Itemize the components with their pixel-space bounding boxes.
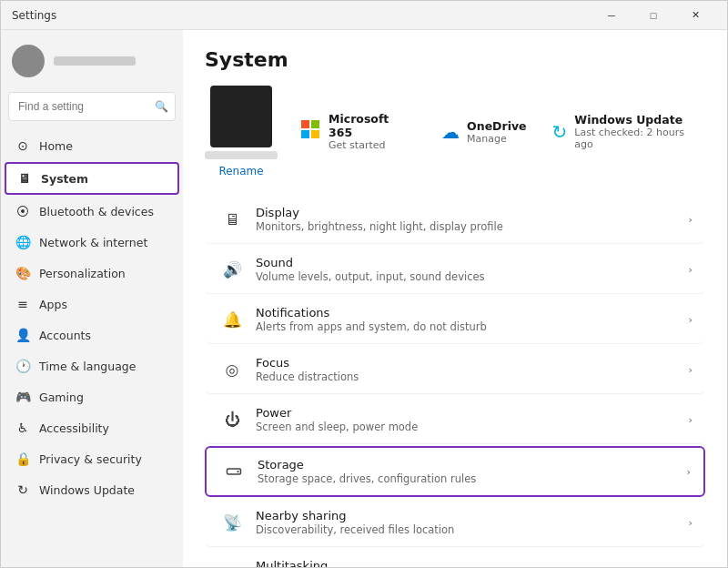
chevron-right-icon: › — [689, 214, 693, 226]
svg-rect-1 — [311, 120, 319, 128]
chevron-right-icon: › — [687, 466, 691, 478]
settings-item-subtitle: Monitors, brightness, night light, displ… — [256, 220, 689, 233]
shortcut-microsoft365-text: Microsoft 365 Get started — [329, 112, 416, 151]
search-box: 🔍 — [8, 92, 176, 121]
sidebar-item-network[interactable]: 🌐 Network & internet — [5, 228, 179, 257]
sidebar-item-label: Gaming — [39, 390, 84, 404]
time-icon: 🕐 — [15, 359, 30, 373]
search-input[interactable] — [8, 92, 176, 121]
shortcut-onedrive[interactable]: ☁ OneDrive Manage — [441, 112, 526, 151]
settings-item-storage-text: Storage Storage space, drives, configura… — [248, 458, 687, 485]
shortcut-windowsupdate-text: Windows Update Last checked: 2 hours ago — [574, 113, 705, 150]
shortcut-title: OneDrive — [467, 119, 526, 133]
sidebar-item-bluetooth[interactable]: ⦿ Bluetooth & devices — [5, 197, 179, 226]
shortcut-subtitle: Manage — [467, 133, 526, 145]
sidebar-item-label: Privacy & security — [39, 452, 142, 466]
settings-item-storage[interactable]: Storage Storage space, drives, configura… — [205, 446, 705, 497]
chevron-right-icon: › — [689, 414, 693, 426]
settings-item-notifications[interactable]: 🔔 Notifications Alerts from apps and sys… — [205, 296, 705, 344]
maximize-button[interactable]: □ — [632, 1, 674, 30]
onedrive-icon: ☁ — [441, 121, 460, 143]
settings-item-display[interactable]: 🖥 Display Monitors, brightness, night li… — [205, 196, 705, 244]
settings-item-title: Notifications — [256, 306, 689, 320]
shortcut-subtitle: Get started — [329, 139, 416, 151]
privacy-icon: 🔒 — [15, 451, 30, 466]
profile-name-bar — [205, 151, 278, 159]
gaming-icon: 🎮 — [15, 390, 30, 404]
user-section — [1, 37, 183, 88]
settings-item-focus[interactable]: ◎ Focus Reduce distractions › — [205, 346, 705, 394]
sidebar-item-label: System — [41, 172, 88, 186]
storage-icon — [219, 457, 248, 486]
settings-item-display-text: Display Monitors, brightness, night ligh… — [247, 206, 689, 233]
shortcut-onedrive-text: OneDrive Manage — [467, 119, 526, 145]
settings-list: 🖥 Display Monitors, brightness, night li… — [205, 196, 705, 567]
apps-icon: ≡ — [15, 297, 30, 311]
focus-icon: ◎ — [217, 355, 247, 384]
system-icon: 🖥 — [17, 171, 32, 186]
notifications-icon: 🔔 — [217, 305, 247, 334]
settings-item-title: Power — [256, 406, 689, 420]
shortcut-windowsupdate[interactable]: ↻ Windows Update Last checked: 2 hours a… — [552, 112, 705, 151]
window: Settings ─ □ ✕ 🔍 ⊙ Home — [0, 0, 728, 568]
display-icon: 🖥 — [217, 205, 247, 234]
settings-item-subtitle: Volume levels, output, input, sound devi… — [256, 270, 689, 283]
window-title: Settings — [12, 9, 56, 22]
microsoft365-icon — [299, 118, 321, 145]
settings-item-nearby-sharing[interactable]: 📡 Nearby sharing Discoverability, receiv… — [205, 499, 705, 547]
minimize-button[interactable]: ─ — [591, 1, 632, 30]
sidebar-item-personalization[interactable]: 🎨 Personalization — [5, 259, 179, 288]
home-icon: ⊙ — [15, 138, 30, 153]
sidebar-item-time[interactable]: 🕐 Time & language — [5, 351, 179, 380]
settings-item-title: Nearby sharing — [256, 509, 689, 522]
profile-preview: Rename — [205, 86, 278, 178]
sidebar-item-accessibility[interactable]: ♿ Accessibility — [5, 413, 179, 442]
shortcut-microsoft365[interactable]: Microsoft 365 Get started — [299, 112, 416, 151]
settings-item-title: Sound — [256, 256, 689, 269]
settings-item-multitasking[interactable]: ⊞ Multitasking Snap windows, desktops, t… — [205, 549, 705, 567]
settings-item-sound[interactable]: 🔊 Sound Volume levels, output, input, so… — [205, 246, 705, 294]
network-icon: 🌐 — [15, 235, 30, 249]
settings-item-title: Multitasking — [256, 559, 689, 567]
page-title: System — [205, 48, 705, 71]
chevron-right-icon: › — [689, 264, 693, 276]
accounts-icon: 👤 — [15, 328, 30, 342]
nearby-sharing-icon: 📡 — [217, 508, 247, 537]
settings-item-title: Focus — [256, 356, 689, 370]
accessibility-icon: ♿ — [15, 421, 30, 435]
sidebar: 🔍 ⊙ Home 🖥 System ⦿ Bluetooth & devices … — [1, 30, 183, 567]
settings-item-subtitle: Storage space, drives, configuration rul… — [258, 472, 687, 485]
settings-item-notifications-text: Notifications Alerts from apps and syste… — [247, 306, 689, 333]
sidebar-item-apps[interactable]: ≡ Apps — [5, 289, 179, 319]
sidebar-item-system[interactable]: 🖥 System — [5, 162, 179, 195]
user-name-bar — [54, 56, 136, 66]
sidebar-item-home[interactable]: ⊙ Home — [5, 131, 179, 160]
settings-item-power[interactable]: ⏻ Power Screen and sleep, power mode › — [205, 396, 705, 444]
top-shortcuts: Microsoft 365 Get started ☁ OneDrive Man… — [299, 112, 705, 151]
settings-item-title: Storage — [258, 458, 687, 472]
sidebar-item-update[interactable]: ↻ Windows Update — [5, 475, 179, 504]
sidebar-item-privacy[interactable]: 🔒 Privacy & security — [5, 444, 179, 473]
windowsupdate-icon: ↻ — [552, 121, 568, 143]
sidebar-item-label: Accessibility — [39, 421, 109, 435]
close-button[interactable]: ✕ — [674, 1, 716, 30]
sidebar-item-label: Bluetooth & devices — [39, 205, 154, 218]
sound-icon: 🔊 — [217, 255, 247, 284]
profile-image — [210, 86, 272, 147]
settings-item-subtitle: Screen and sleep, power mode — [256, 421, 689, 433]
settings-item-subtitle: Reduce distractions — [256, 370, 689, 383]
svg-rect-0 — [301, 120, 309, 128]
settings-item-nearby-sharing-text: Nearby sharing Discoverability, received… — [247, 509, 689, 536]
search-icon: 🔍 — [155, 100, 168, 113]
rename-link[interactable]: Rename — [218, 165, 263, 178]
sidebar-item-label: Network & internet — [39, 236, 147, 249]
sidebar-item-accounts[interactable]: 👤 Accounts — [5, 320, 179, 350]
bluetooth-icon: ⦿ — [15, 204, 30, 218]
sidebar-item-label: Apps — [39, 298, 67, 311]
sidebar-item-gaming[interactable]: 🎮 Gaming — [5, 382, 179, 411]
content-area: 🔍 ⊙ Home 🖥 System ⦿ Bluetooth & devices … — [1, 30, 727, 567]
sidebar-item-label: Accounts — [39, 329, 91, 342]
chevron-right-icon: › — [689, 517, 693, 529]
sidebar-item-label: Windows Update — [39, 483, 135, 497]
multitasking-icon: ⊞ — [217, 558, 247, 567]
